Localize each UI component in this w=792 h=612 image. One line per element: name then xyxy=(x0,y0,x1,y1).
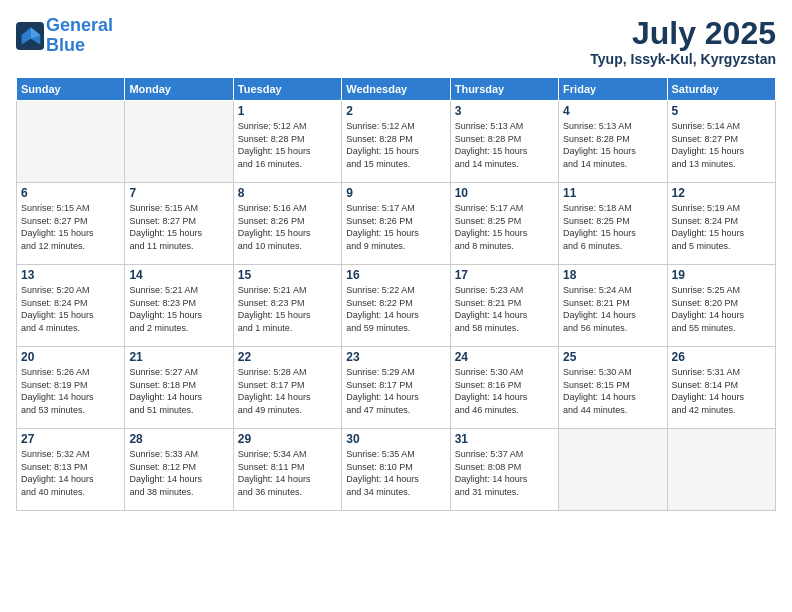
cell-text: Sunrise: 5:35 AM xyxy=(346,448,445,461)
cell-text: Daylight: 14 hours xyxy=(346,391,445,404)
cell-text: Sunrise: 5:30 AM xyxy=(563,366,662,379)
col-saturday: Saturday xyxy=(667,78,775,101)
cell-text: Sunrise: 5:29 AM xyxy=(346,366,445,379)
cell-text: Daylight: 15 hours xyxy=(129,309,228,322)
page: General Blue July 2025 Tyup, Issyk-Kul, … xyxy=(0,0,792,612)
calendar-cell: 11Sunrise: 5:18 AMSunset: 8:25 PMDayligh… xyxy=(559,183,667,265)
calendar-cell: 12Sunrise: 5:19 AMSunset: 8:24 PMDayligh… xyxy=(667,183,775,265)
cell-text: Sunset: 8:17 PM xyxy=(346,379,445,392)
cell-text: Daylight: 14 hours xyxy=(129,391,228,404)
calendar-cell: 24Sunrise: 5:30 AMSunset: 8:16 PMDayligh… xyxy=(450,347,558,429)
cell-text: Sunset: 8:17 PM xyxy=(238,379,337,392)
cell-text: Sunset: 8:24 PM xyxy=(21,297,120,310)
day-number: 10 xyxy=(455,186,554,200)
cell-text: and 44 minutes. xyxy=(563,404,662,417)
day-number: 21 xyxy=(129,350,228,364)
cell-text: Daylight: 15 hours xyxy=(563,145,662,158)
day-number: 1 xyxy=(238,104,337,118)
cell-text: Sunrise: 5:24 AM xyxy=(563,284,662,297)
calendar-cell: 17Sunrise: 5:23 AMSunset: 8:21 PMDayligh… xyxy=(450,265,558,347)
cell-text: Daylight: 15 hours xyxy=(238,145,337,158)
cell-text: Daylight: 14 hours xyxy=(563,309,662,322)
cell-text: Sunrise: 5:19 AM xyxy=(672,202,771,215)
cell-text: Sunset: 8:23 PM xyxy=(238,297,337,310)
calendar-cell: 1Sunrise: 5:12 AMSunset: 8:28 PMDaylight… xyxy=(233,101,341,183)
logo: General Blue xyxy=(16,16,113,56)
calendar-cell: 8Sunrise: 5:16 AMSunset: 8:26 PMDaylight… xyxy=(233,183,341,265)
cell-text: and 51 minutes. xyxy=(129,404,228,417)
cell-text: Sunset: 8:28 PM xyxy=(455,133,554,146)
cell-text: Sunset: 8:20 PM xyxy=(672,297,771,310)
cell-text: Sunset: 8:16 PM xyxy=(455,379,554,392)
calendar-cell xyxy=(17,101,125,183)
logo-icon xyxy=(16,22,44,50)
calendar-cell: 22Sunrise: 5:28 AMSunset: 8:17 PMDayligh… xyxy=(233,347,341,429)
col-tuesday: Tuesday xyxy=(233,78,341,101)
day-number: 11 xyxy=(563,186,662,200)
cell-text: and 55 minutes. xyxy=(672,322,771,335)
cell-text: and 5 minutes. xyxy=(672,240,771,253)
calendar-cell: 30Sunrise: 5:35 AMSunset: 8:10 PMDayligh… xyxy=(342,429,450,511)
cell-text: and 34 minutes. xyxy=(346,486,445,499)
cell-text: and 38 minutes. xyxy=(129,486,228,499)
cell-text: Sunrise: 5:33 AM xyxy=(129,448,228,461)
calendar-cell: 26Sunrise: 5:31 AMSunset: 8:14 PMDayligh… xyxy=(667,347,775,429)
day-number: 4 xyxy=(563,104,662,118)
cell-text: Sunrise: 5:26 AM xyxy=(21,366,120,379)
cell-text: Sunset: 8:15 PM xyxy=(563,379,662,392)
calendar-cell: 9Sunrise: 5:17 AMSunset: 8:26 PMDaylight… xyxy=(342,183,450,265)
cell-text: Sunset: 8:13 PM xyxy=(21,461,120,474)
day-number: 19 xyxy=(672,268,771,282)
cell-text: Sunrise: 5:25 AM xyxy=(672,284,771,297)
logo-text: General Blue xyxy=(46,16,113,56)
cell-text: and 49 minutes. xyxy=(238,404,337,417)
cell-text: Sunset: 8:28 PM xyxy=(238,133,337,146)
calendar-cell: 4Sunrise: 5:13 AMSunset: 8:28 PMDaylight… xyxy=(559,101,667,183)
day-number: 17 xyxy=(455,268,554,282)
cell-text: and 36 minutes. xyxy=(238,486,337,499)
calendar-cell: 5Sunrise: 5:14 AMSunset: 8:27 PMDaylight… xyxy=(667,101,775,183)
day-number: 13 xyxy=(21,268,120,282)
cell-text: and 14 minutes. xyxy=(563,158,662,171)
calendar-week-1: 1Sunrise: 5:12 AMSunset: 8:28 PMDaylight… xyxy=(17,101,776,183)
cell-text: Sunrise: 5:20 AM xyxy=(21,284,120,297)
col-thursday: Thursday xyxy=(450,78,558,101)
calendar-cell: 6Sunrise: 5:15 AMSunset: 8:27 PMDaylight… xyxy=(17,183,125,265)
cell-text: Sunset: 8:21 PM xyxy=(563,297,662,310)
calendar-cell: 16Sunrise: 5:22 AMSunset: 8:22 PMDayligh… xyxy=(342,265,450,347)
cell-text: Daylight: 14 hours xyxy=(21,391,120,404)
cell-text: Daylight: 14 hours xyxy=(129,473,228,486)
cell-text: Daylight: 14 hours xyxy=(238,473,337,486)
cell-text: Sunset: 8:22 PM xyxy=(346,297,445,310)
day-number: 9 xyxy=(346,186,445,200)
cell-text: and 9 minutes. xyxy=(346,240,445,253)
cell-text: Sunrise: 5:15 AM xyxy=(129,202,228,215)
cell-text: Daylight: 15 hours xyxy=(672,227,771,240)
cell-text: Sunset: 8:19 PM xyxy=(21,379,120,392)
cell-text: and 4 minutes. xyxy=(21,322,120,335)
day-number: 14 xyxy=(129,268,228,282)
cell-text: Sunrise: 5:12 AM xyxy=(346,120,445,133)
cell-text: Sunset: 8:27 PM xyxy=(672,133,771,146)
cell-text: Sunset: 8:25 PM xyxy=(455,215,554,228)
calendar-cell: 23Sunrise: 5:29 AMSunset: 8:17 PMDayligh… xyxy=(342,347,450,429)
cell-text: Sunset: 8:23 PM xyxy=(129,297,228,310)
cell-text: Daylight: 15 hours xyxy=(129,227,228,240)
calendar-header-row: Sunday Monday Tuesday Wednesday Thursday… xyxy=(17,78,776,101)
cell-text: and 42 minutes. xyxy=(672,404,771,417)
cell-text: Sunset: 8:11 PM xyxy=(238,461,337,474)
day-number: 20 xyxy=(21,350,120,364)
cell-text: Sunrise: 5:34 AM xyxy=(238,448,337,461)
cell-text: and 11 minutes. xyxy=(129,240,228,253)
cell-text: and 8 minutes. xyxy=(455,240,554,253)
calendar-cell: 2Sunrise: 5:12 AMSunset: 8:28 PMDaylight… xyxy=(342,101,450,183)
cell-text: Daylight: 15 hours xyxy=(238,227,337,240)
cell-text: Sunrise: 5:32 AM xyxy=(21,448,120,461)
day-number: 8 xyxy=(238,186,337,200)
location: Tyup, Issyk-Kul, Kyrgyzstan xyxy=(590,51,776,67)
calendar-cell: 31Sunrise: 5:37 AMSunset: 8:08 PMDayligh… xyxy=(450,429,558,511)
calendar-cell: 28Sunrise: 5:33 AMSunset: 8:12 PMDayligh… xyxy=(125,429,233,511)
cell-text: Daylight: 14 hours xyxy=(672,309,771,322)
calendar-week-5: 27Sunrise: 5:32 AMSunset: 8:13 PMDayligh… xyxy=(17,429,776,511)
cell-text: Sunset: 8:14 PM xyxy=(672,379,771,392)
